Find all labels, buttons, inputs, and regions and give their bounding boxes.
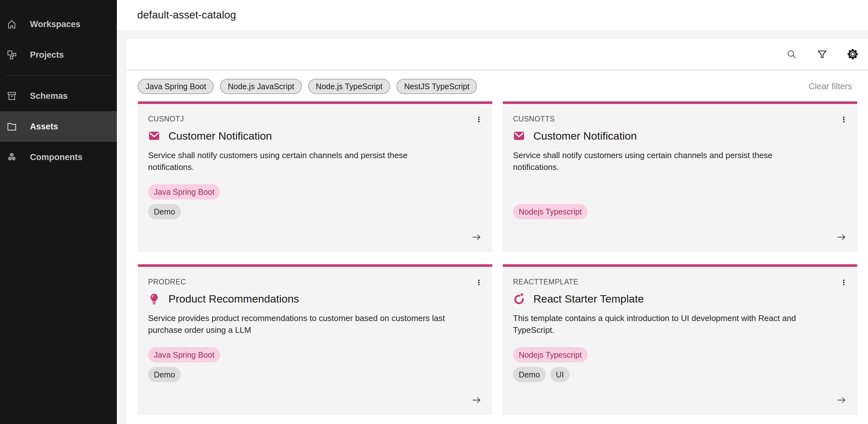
asset-title-row: React Starter Template	[513, 292, 847, 305]
components-cubes-icon	[6, 152, 17, 163]
overflow-menu-button[interactable]	[472, 112, 486, 128]
applied-filter-pill[interactable]: Node.js JavaScript	[220, 79, 302, 94]
overflow-menu-button[interactable]	[837, 112, 851, 128]
asset-description: Service shall notify customers using cer…	[148, 149, 454, 173]
language-tag-row: Java Spring Boot	[148, 184, 220, 200]
asset-description: Service shall notify customers using cer…	[513, 149, 819, 173]
page-title: default-asset-catalog	[137, 9, 236, 21]
asset-title-row: Customer Notification	[148, 129, 482, 142]
search-button[interactable]	[776, 39, 807, 70]
overflow-menu-button[interactable]	[837, 275, 851, 290]
asset-card-grid: CUSNOTJ Customer Notification Service sh…	[138, 102, 857, 415]
asset-code: CUSNOTJ	[148, 115, 482, 123]
overflow-menu-button[interactable]	[472, 275, 486, 290]
applied-filter-pills: Java Spring BootNode.js JavaScriptNode.j…	[138, 79, 808, 94]
sidebar-item-label: Assets	[30, 122, 58, 132]
open-asset-arrow-button[interactable]	[470, 232, 483, 243]
email-icon	[513, 130, 525, 142]
settings-button[interactable]	[837, 39, 868, 70]
asset-card-prodrec[interactable]: PRODREC Product Recommendations Service …	[138, 264, 492, 415]
language-tag-row: Java Spring Boot	[148, 347, 220, 363]
sidebar-item-projects[interactable]: Projects	[0, 39, 117, 70]
sidebar-divider	[5, 75, 112, 76]
asset-description: This template contains a quick introduct…	[513, 312, 819, 336]
asset-tags: Nodejs Typescript	[513, 171, 587, 219]
idea-icon	[148, 293, 160, 305]
open-asset-arrow-button[interactable]	[470, 395, 483, 406]
asset-card-cusnotts[interactable]: CUSNOTTS Customer Notification Service s…	[503, 102, 857, 252]
language-tag: Java Spring Boot	[148, 184, 220, 200]
email-icon	[148, 130, 160, 142]
asset-tags: Java Spring BootDemo	[148, 171, 220, 219]
sidebar: WorkspacesProjectsSchemasAssets Componen…	[0, 0, 117, 424]
sidebar-item-schemas[interactable]: Schemas	[0, 81, 117, 111]
app-root: WorkspacesProjectsSchemasAssets Componen…	[0, 0, 868, 424]
tag: Demo	[148, 204, 181, 219]
restart-icon	[513, 293, 525, 305]
applied-filter-pill[interactable]: Node.js TypeScript	[308, 79, 390, 94]
filter-button[interactable]	[807, 39, 837, 70]
search-icon	[786, 49, 797, 61]
sidebar-item-workspaces[interactable]: Workspaces	[0, 9, 117, 39]
arrow-right-icon	[471, 395, 482, 406]
language-tag-row: Nodejs Typescript	[513, 347, 587, 363]
asset-code: REACTTEMPLATE	[513, 278, 847, 286]
sidebar-item-label: Schemas	[30, 91, 68, 101]
schemas-archive-icon	[6, 90, 17, 102]
applied-filters-row: Java Spring BootNode.js JavaScriptNode.j…	[138, 79, 857, 94]
catalog-content: Java Spring BootNode.js JavaScriptNode.j…	[127, 70, 868, 424]
page-header: default-asset-catalog	[117, 0, 868, 30]
arrow-right-icon	[471, 232, 482, 244]
tag: UI	[550, 367, 570, 382]
arrow-right-icon	[836, 395, 847, 406]
tag: Demo	[513, 367, 546, 382]
open-asset-arrow-button[interactable]	[835, 232, 848, 243]
applied-filter-pill[interactable]: NestJS TypeScript	[396, 79, 477, 94]
tag: Demo	[148, 367, 181, 382]
language-tag: Nodejs Typescript	[513, 347, 587, 363]
sidebar-item-assets[interactable]: Assets	[0, 111, 117, 142]
applied-filter-pill[interactable]: Java Spring Boot	[138, 79, 214, 94]
asset-title-row: Customer Notification	[513, 129, 847, 142]
language-tag-row: Nodejs Typescript	[513, 204, 587, 219]
arrow-right-icon	[836, 232, 847, 244]
kebab-icon	[474, 277, 484, 288]
sidebar-item-label: Projects	[30, 50, 64, 60]
asset-tags: Nodejs TypescriptDemoUI	[513, 334, 587, 382]
asset-card-cusnotj[interactable]: CUSNOTJ Customer Notification Service sh…	[138, 102, 492, 252]
asset-card-reacttemplate[interactable]: REACTTEMPLATE React Starter Template Thi…	[503, 264, 857, 415]
clear-filters-button[interactable]: Clear filters	[808, 82, 857, 91]
assets-folder-icon	[6, 121, 17, 132]
asset-code: PRODREC	[148, 278, 482, 286]
asset-tags: Java Spring BootDemo	[148, 334, 220, 382]
sidebar-item-label: Workspaces	[30, 20, 81, 29]
asset-title-row: Product Recommendations	[148, 292, 482, 305]
asset-title: Customer Notification	[533, 130, 637, 142]
language-tag: Java Spring Boot	[148, 347, 220, 363]
projects-icon	[6, 49, 17, 60]
asset-title: Product Recommendations	[168, 293, 299, 305]
plain-tag-row: Demo	[148, 204, 220, 219]
asset-title: React Starter Template	[533, 293, 644, 305]
kebab-icon	[839, 277, 849, 288]
catalog-panel: Java Spring BootNode.js JavaScriptNode.j…	[127, 39, 868, 424]
catalog-toolbar	[127, 39, 868, 70]
filter-icon	[817, 49, 828, 61]
asset-code: CUSNOTTS	[513, 115, 847, 123]
main-area: default-asset-catalog Java Spring BootNo…	[117, 0, 868, 424]
settings-icon	[847, 49, 858, 61]
asset-description: Service provides product recommendations…	[148, 312, 454, 336]
open-asset-arrow-button[interactable]	[835, 395, 848, 406]
kebab-icon	[474, 114, 484, 125]
plain-tag-row: Demo	[148, 367, 220, 382]
plain-tag-row: DemoUI	[513, 367, 587, 382]
sidebar-item-label: Components	[30, 152, 83, 162]
sidebar-item-components[interactable]: Components	[0, 142, 117, 172]
home-icon	[6, 19, 17, 30]
kebab-icon	[839, 114, 849, 125]
asset-title: Customer Notification	[168, 130, 272, 142]
catalog-panel-wrap: Java Spring BootNode.js JavaScriptNode.j…	[117, 30, 868, 424]
language-tag: Nodejs Typescript	[513, 204, 587, 219]
